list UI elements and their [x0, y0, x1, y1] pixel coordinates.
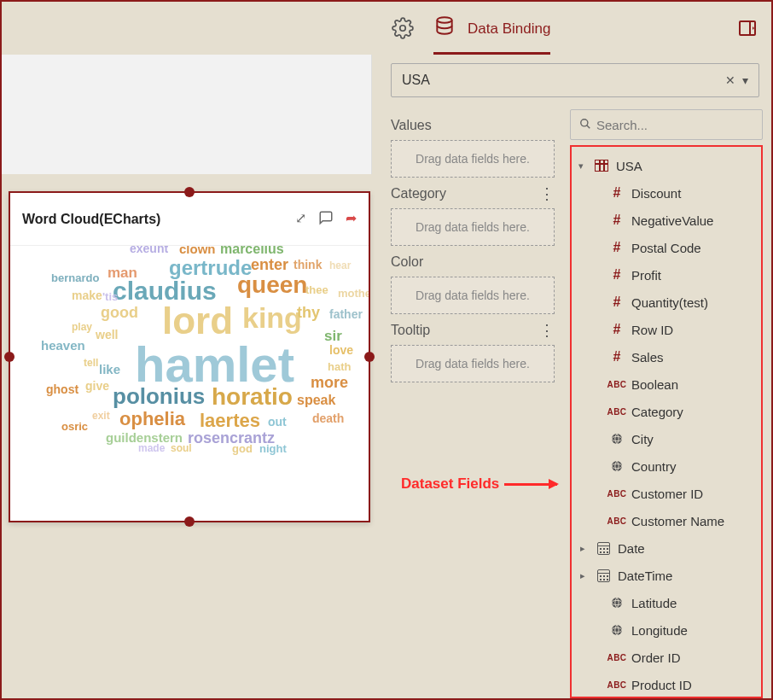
resize-handle-top[interactable] [184, 187, 195, 197]
chevron-down-icon[interactable]: ▾ [578, 160, 590, 172]
word-clown: clown [179, 246, 216, 256]
field-discount[interactable]: #Discount [575, 179, 758, 207]
word-good: good [101, 304, 138, 322]
field-label: Country [631, 459, 677, 474]
word-tell: tell [84, 357, 98, 369]
field-date[interactable]: ▸Date [575, 534, 758, 562]
dropzone-tooltip[interactable]: Drag data fields here. [391, 345, 555, 382]
binding-sections: ValuesDrag data fields here.Category⋮Dra… [379, 102, 567, 698]
field-product-id[interactable]: ABCProduct ID [575, 671, 758, 698]
field-label: Longitude [631, 623, 688, 638]
section-label-tooltip: Tooltip⋮ [391, 323, 567, 338]
svg-point-12 [612, 625, 622, 635]
field-label: Product ID [631, 678, 692, 692]
number-icon: # [606, 185, 628, 201]
search-input[interactable]: Search... [570, 109, 763, 140]
field-latitude[interactable]: Latitude [575, 589, 758, 616]
fields-panel: Search... ▾USA#Discount#NegativeValue#Po… [567, 102, 771, 698]
field-negativevalue[interactable]: #NegativeValue [575, 207, 758, 234]
search-icon [579, 118, 591, 132]
word-night: night [259, 442, 287, 455]
globe-icon [606, 623, 628, 637]
table-icon [590, 160, 613, 172]
globe-icon [606, 596, 628, 610]
field-postal-code[interactable]: #Postal Code [575, 234, 758, 261]
expand-icon[interactable]: ⤢ [295, 210, 306, 229]
database-icon [433, 15, 456, 42]
word-'tis: 'tis [102, 290, 118, 303]
word-hear: hear [329, 260, 351, 271]
number-icon: # [606, 322, 628, 337]
tab-data-binding[interactable]: Data Binding [433, 2, 550, 55]
text-icon: ABC [606, 489, 628, 499]
field-sales[interactable]: #Sales [575, 343, 758, 370]
top-toolbar: Data Binding [379, 2, 771, 55]
word-like: like [99, 362, 120, 376]
word-lord: lord [162, 300, 233, 342]
widget-titlebar: Word Cloud(ECharts) ⤢ ➦ [10, 193, 369, 246]
close-icon[interactable]: ✕ [725, 73, 735, 87]
calendar-icon [592, 542, 614, 555]
field-customer-id[interactable]: ABCCustomer ID [575, 480, 758, 507]
word-hath: hath [328, 360, 351, 373]
field-boolean[interactable]: ABCBoolean [575, 370, 758, 398]
section-menu-icon[interactable]: ⋮ [539, 186, 555, 201]
number-icon: # [606, 240, 628, 255]
field-country[interactable]: Country [575, 452, 758, 480]
field-label: Profit [631, 268, 661, 283]
canvas-pane: Word Cloud(ECharts) ⤢ ➦ hamletlordkingcl… [2, 2, 379, 698]
comment-icon[interactable] [318, 210, 334, 229]
chevron-right-icon[interactable]: ▸ [580, 543, 592, 554]
wordcloud-widget[interactable]: Word Cloud(ECharts) ⤢ ➦ hamletlordkingcl… [9, 191, 370, 522]
chevron-right-icon[interactable]: ▸ [580, 570, 592, 581]
field-label: NegativeValue [631, 213, 713, 228]
dropzone-category[interactable]: Drag data fields here. [391, 208, 555, 246]
field-longitude[interactable]: Longitude [575, 616, 758, 644]
section-label-category: Category⋮ [391, 186, 567, 201]
field-datetime[interactable]: ▸DateTime [575, 562, 758, 589]
word-horatio: horatio [212, 383, 293, 411]
field-quantity-test-[interactable]: #Quantity(test) [575, 289, 758, 316]
number-icon: # [606, 349, 628, 365]
dropzone-values[interactable]: Drag data fields here. [391, 140, 555, 178]
fields-tree[interactable]: ▾USA#Discount#NegativeValue#Postal Code#… [570, 145, 763, 698]
field-order-id[interactable]: ABCOrder ID [575, 644, 758, 671]
word-heaven: heaven [41, 338, 85, 353]
svg-point-0 [400, 26, 406, 32]
gear-icon[interactable] [391, 16, 415, 40]
section-label-values: Values [391, 118, 567, 133]
word-sir: sir [324, 328, 342, 345]
field-profit[interactable]: #Profit [575, 261, 758, 289]
dropzone-color[interactable]: Drag data fields here. [391, 277, 555, 314]
field-customer-name[interactable]: ABCCustomer Name [575, 507, 758, 534]
calendar-icon [592, 569, 614, 582]
tab-label: Data Binding [468, 20, 550, 38]
word-play: play [72, 321, 92, 333]
field-label: Sales [631, 350, 664, 365]
field-label: City [631, 432, 654, 446]
share-icon[interactable]: ➦ [346, 210, 357, 229]
field-label: Row ID [631, 323, 673, 337]
section-menu-icon[interactable]: ⋮ [539, 323, 555, 338]
number-icon: # [606, 267, 628, 283]
field-category[interactable]: ABCCategory [575, 398, 758, 425]
field-city[interactable]: City [575, 425, 758, 452]
field-row-id[interactable]: #Row ID [575, 316, 758, 343]
word-make: make [72, 289, 102, 302]
svg-point-6 [612, 434, 622, 444]
text-icon: ABC [606, 516, 628, 526]
word-gertrude: gertrude [169, 256, 252, 280]
word-exit: exit [92, 410, 110, 422]
field-label: Customer ID [631, 487, 703, 501]
word-king: king [242, 301, 302, 335]
property-pane: Data Binding USA ✕ ▾ ValuesDrag data fie… [379, 2, 771, 698]
tree-root[interactable]: ▾USA [575, 152, 758, 179]
chevron-down-icon[interactable]: ▾ [742, 73, 748, 87]
dataset-selector[interactable]: USA ✕ ▾ [391, 63, 759, 97]
word-more: more [311, 374, 348, 392]
word-soul: soul [171, 442, 192, 454]
search-placeholder: Search... [596, 118, 648, 132]
section-label-color: Color [391, 254, 567, 270]
tree-root-label: USA [616, 159, 642, 173]
panel-toggle-icon[interactable] [735, 16, 759, 40]
